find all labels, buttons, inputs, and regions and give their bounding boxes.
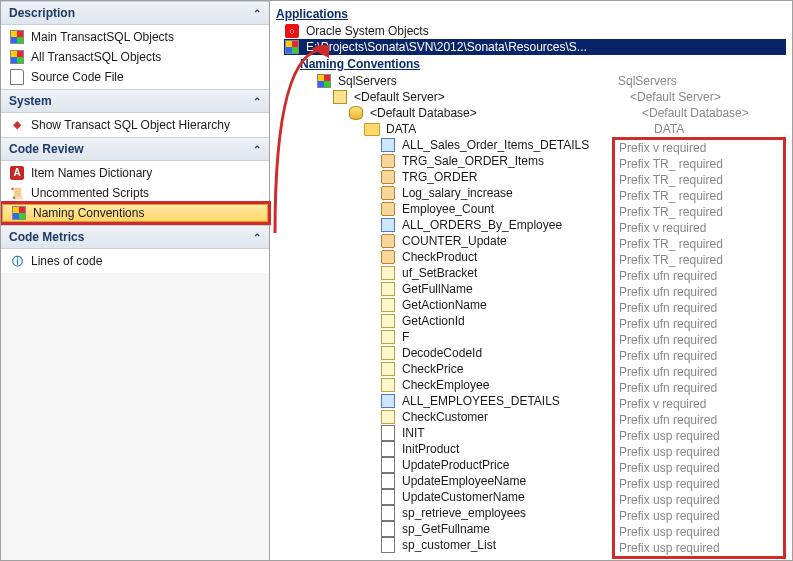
right-panel[interactable]: Applications ○Oracle System ObjectsE:\Pr… (270, 1, 792, 560)
node-server-label: <Default Server> (352, 89, 445, 105)
group-header-code-review[interactable]: Code Review⌃ (1, 137, 269, 161)
sidebar-item-obj-hier[interactable]: ⯁Show Transact SQL Object Hierarchy (1, 115, 269, 135)
tree-icon: ⯁ (9, 117, 25, 133)
msgrid-icon (284, 39, 300, 55)
node-obj-label: F (400, 329, 409, 345)
node-server-r: <Default Server> (616, 89, 786, 105)
validation-msg: Prefix usp required (619, 492, 779, 508)
node-obj[interactable]: GetActionId (300, 313, 616, 329)
sql-icon (380, 217, 396, 233)
sidebar-item-all-tsql[interactable]: All TransactSQL Objects (1, 47, 269, 67)
node-obj[interactable]: CheckPrice (300, 361, 616, 377)
node-obj[interactable]: GetActionName (300, 297, 616, 313)
node-obj[interactable]: UpdateCustomerName (300, 489, 616, 505)
node-server[interactable]: <Default Server> (300, 89, 616, 105)
node-obj[interactable]: TRG_ORDER (300, 169, 616, 185)
fn-icon (380, 361, 396, 377)
node-sqlservers[interactable]: SqlServers (300, 73, 616, 89)
fn-icon (380, 297, 396, 313)
node-obj[interactable]: sp_retrieve_employees (300, 505, 616, 521)
node-obj[interactable]: uf_SetBracket (300, 265, 616, 281)
node-obj-label: sp_GetFullname (400, 521, 490, 537)
sidebar-item-src-file[interactable]: Source Code File (1, 67, 269, 87)
group-title: Description (9, 6, 75, 20)
validation-msg: Prefix v required (619, 396, 779, 412)
group-title: Code Review (9, 142, 84, 156)
validation-msg: Prefix ufn required (619, 284, 779, 300)
node-obj[interactable]: CheckProduct (300, 249, 616, 265)
group-title: Code Metrics (9, 230, 84, 244)
chevron-up-icon: ⌃ (253, 144, 261, 155)
sidebar-item-uncommented[interactable]: 📜Uncommented Scripts (1, 183, 269, 203)
validation-msg: Prefix usp required (619, 476, 779, 492)
node-data-r-label: DATA (652, 121, 684, 137)
node-obj[interactable]: Log_salary_increase (300, 185, 616, 201)
node-obj[interactable]: TRG_Sale_ORDER_Items (300, 153, 616, 169)
A-icon: A (9, 165, 25, 181)
node-obj[interactable]: Employee_Count (300, 201, 616, 217)
sidebar-item-names-dict[interactable]: AItem Names Dictionary (1, 163, 269, 183)
node-obj[interactable]: sp_GetFullname (300, 521, 616, 537)
node-obj[interactable]: UpdateEmployeeName (300, 473, 616, 489)
node-obj[interactable]: sp_customer_List (300, 537, 616, 553)
left-panel: Description⌃Main TransactSQL ObjectsAll … (1, 1, 270, 560)
validation-msg: Prefix usp required (619, 428, 779, 444)
sidebar-item-label: Uncommented Scripts (31, 186, 149, 200)
applications-list: ○Oracle System ObjectsE:\Projects\Sonata… (284, 23, 786, 55)
sidebar-item-naming-conv[interactable]: Naming Conventions (1, 203, 269, 223)
sidebar-item-main-tsql[interactable]: Main TransactSQL Objects (1, 27, 269, 47)
naming-conv-heading: Naming Conventions (300, 57, 786, 71)
node-obj[interactable]: UpdateProductPrice (300, 457, 616, 473)
trg-icon (380, 153, 396, 169)
node-database[interactable]: <Default Database> (300, 105, 616, 121)
sidebar-item-loc[interactable]: ⓘLines of code (1, 251, 269, 271)
scroll-icon: 📜 (9, 185, 25, 201)
node-obj[interactable]: ALL_EMPLOYEES_DETAILS (300, 393, 616, 409)
node-obj[interactable]: CheckCustomer (300, 409, 616, 425)
application-item[interactable]: E:\Projects\Sonata\SVN\2012\Sonata\Resou… (284, 39, 786, 55)
node-obj-label: GetFullName (400, 281, 473, 297)
node-data[interactable]: DATA (300, 121, 616, 137)
node-obj[interactable]: INIT (300, 425, 616, 441)
node-obj-label: uf_SetBracket (400, 265, 477, 281)
node-obj[interactable]: CheckEmployee (300, 377, 616, 393)
node-obj[interactable]: F (300, 329, 616, 345)
fn-icon (380, 329, 396, 345)
trg-icon (380, 249, 396, 265)
proc-icon (380, 425, 396, 441)
fn-icon (380, 409, 396, 425)
tree-left: SqlServers<Default Server><Default Datab… (300, 73, 616, 559)
node-data-r: DATA (616, 121, 786, 137)
validation-msg: Prefix ufn required (619, 348, 779, 364)
validation-msg: Prefix TR_ required (619, 236, 779, 252)
group-header-system[interactable]: System⌃ (1, 89, 269, 113)
group-title: System (9, 94, 52, 108)
db-icon (348, 105, 364, 121)
validation-msg: Prefix ufn required (619, 316, 779, 332)
validation-msg: Prefix usp required (619, 508, 779, 524)
node-obj[interactable]: ALL_ORDERS_By_Employee (300, 217, 616, 233)
node-obj[interactable]: COUNTER_Update (300, 233, 616, 249)
node-sqlservers-r-label: SqlServers (616, 73, 677, 89)
node-obj[interactable]: GetFullName (300, 281, 616, 297)
trg-icon (380, 185, 396, 201)
node-obj-label: ALL_Sales_Order_Items_DETAILS (400, 137, 589, 153)
proc-icon (380, 473, 396, 489)
trg-icon (380, 169, 396, 185)
node-obj-label: sp_retrieve_employees (400, 505, 526, 521)
node-obj-label: DecodeCodeId (400, 345, 482, 361)
node-obj[interactable]: ALL_Sales_Order_Items_DETAILS (300, 137, 616, 153)
node-database-label: <Default Database> (368, 105, 477, 121)
group-header-code-metrics[interactable]: Code Metrics⌃ (1, 225, 269, 249)
application-item[interactable]: ○Oracle System Objects (284, 23, 786, 39)
chevron-up-icon: ⌃ (253, 232, 261, 243)
node-obj[interactable]: InitProduct (300, 441, 616, 457)
group-header-description[interactable]: Description⌃ (1, 1, 269, 25)
node-sqlservers-r: SqlServers (616, 73, 786, 89)
info-icon: ⓘ (9, 253, 25, 269)
node-obj-label: INIT (400, 425, 425, 441)
node-obj[interactable]: DecodeCodeId (300, 345, 616, 361)
node-obj-label: ALL_EMPLOYEES_DETAILS (400, 393, 560, 409)
fn-icon (380, 265, 396, 281)
sidebar-item-label: Source Code File (31, 70, 124, 84)
